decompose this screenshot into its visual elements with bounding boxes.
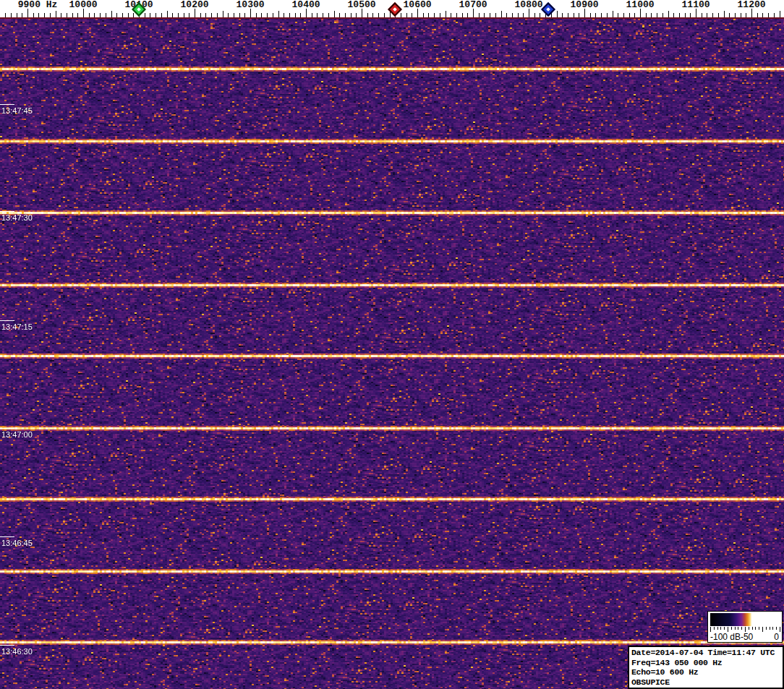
frequency-tick	[512, 13, 513, 17]
legend-tick	[749, 627, 749, 630]
legend-tick	[738, 627, 738, 630]
frequency-tick	[61, 13, 61, 17]
blue-frequency-marker[interactable]	[541, 2, 555, 17]
legend-tick	[762, 627, 763, 632]
frequency-tick	[768, 13, 769, 17]
legend-tick	[717, 627, 718, 630]
frequency-tick	[100, 13, 101, 17]
time-label: 13:47:30	[1, 213, 33, 222]
frequency-tick	[718, 13, 719, 17]
frequency-tick	[651, 13, 652, 17]
frequency-tick	[434, 13, 435, 17]
frequency-tick	[518, 13, 519, 17]
time-tick	[0, 211, 14, 212]
legend-tick	[780, 627, 780, 632]
frequency-tick	[256, 13, 257, 17]
frequency-label: 11200	[738, 0, 766, 9]
frequency-tick	[111, 11, 112, 17]
waterfall-canvas[interactable]	[0, 19, 784, 689]
info-line-echo: Echo=10 600 Hz	[631, 667, 780, 677]
frequency-tick	[300, 13, 301, 17]
frequency-tick	[211, 13, 212, 17]
frequency-tick	[17, 13, 17, 17]
legend-tick	[745, 627, 746, 632]
frequency-tick	[367, 13, 368, 17]
legend-tick	[752, 627, 753, 630]
frequency-tick	[178, 13, 179, 17]
frequency-tick	[534, 13, 535, 17]
marker-center-dot	[137, 7, 141, 12]
frequency-tick	[267, 13, 268, 17]
frequency-tick	[523, 13, 524, 17]
frequency-tick	[412, 13, 412, 17]
frequency-tick	[312, 13, 312, 17]
frequency-tick	[172, 13, 173, 17]
legend-gradient-bar[interactable]	[710, 613, 780, 626]
info-line-station: OBSUPICE	[631, 677, 780, 688]
frequency-tick	[44, 13, 45, 17]
frequency-tick	[345, 13, 346, 17]
frequency-tick	[568, 13, 568, 17]
frequency-tick	[657, 13, 657, 17]
legend-tick	[741, 627, 742, 630]
legend-tick	[720, 627, 721, 630]
frequency-label: 10600	[404, 0, 432, 9]
frequency-tick	[244, 13, 245, 17]
time-label: 13:47:45	[1, 106, 33, 115]
frequency-tick	[401, 13, 401, 17]
frequency-tick	[729, 13, 730, 17]
frequency-label: 11100	[682, 0, 710, 9]
frequency-tick	[289, 13, 290, 17]
frequency-tick	[284, 13, 284, 17]
frequency-tick	[724, 11, 725, 17]
legend-label-mid: -50	[741, 633, 753, 642]
info-line-date-time: Date=2014-07-04 Time=11:47 UTC	[631, 648, 780, 658]
frequency-tick	[295, 13, 296, 17]
frequency-tick	[623, 13, 624, 17]
frequency-tick	[278, 11, 279, 17]
frequency-label: 10200	[181, 0, 209, 9]
time-tick	[0, 428, 14, 429]
frequency-tick	[712, 13, 713, 17]
frequency-tick	[741, 13, 741, 17]
frequency-tick	[607, 13, 608, 17]
frequency-tick	[646, 13, 647, 17]
frequency-tick	[339, 13, 340, 17]
time-label: 13:47:15	[1, 322, 33, 331]
frequency-tick	[200, 13, 201, 17]
frequency-tick	[613, 11, 613, 17]
frequency-tick	[673, 13, 674, 17]
frequency-tick	[128, 13, 129, 17]
marker-center-dot	[393, 7, 397, 12]
frequency-tick	[328, 13, 329, 17]
legend-tick	[770, 627, 770, 630]
legend-tick	[766, 627, 767, 630]
legend-tick	[710, 627, 711, 632]
frequency-tick	[685, 13, 686, 17]
frequency-tick	[618, 13, 618, 17]
frequency-tick	[557, 11, 558, 17]
frequency-tick	[662, 13, 663, 17]
frequency-label: 9900 Hz	[18, 0, 58, 9]
frequency-tick	[462, 13, 463, 17]
legend-tick	[735, 627, 736, 630]
frequency-tick	[205, 13, 206, 17]
time-tick	[0, 645, 14, 646]
legend-tick	[776, 627, 777, 630]
frequency-tick	[446, 11, 446, 17]
frequency-tick	[38, 13, 39, 17]
frequency-tick	[595, 13, 596, 17]
frequency-tick	[317, 13, 318, 17]
frequency-tick	[33, 13, 34, 17]
legend-tick	[728, 627, 728, 632]
frequency-tick	[150, 13, 150, 17]
frequency-tick	[122, 13, 123, 17]
frequency-ruler[interactable]: 9900 Hz100001010010200103001040010500106…	[0, 0, 784, 19]
frequency-tick	[501, 11, 502, 17]
db-scale-legend[interactable]: -100 dB -50 0	[707, 611, 783, 643]
frequency-tick	[774, 13, 775, 17]
frequency-tick	[707, 13, 707, 17]
info-line-frequency: Freq=143 050 000 Hz	[631, 658, 780, 668]
station-info-box: Date=2014-07-04 Time=11:47 UTC Freq=143 …	[628, 646, 784, 689]
frequency-tick	[562, 13, 563, 17]
